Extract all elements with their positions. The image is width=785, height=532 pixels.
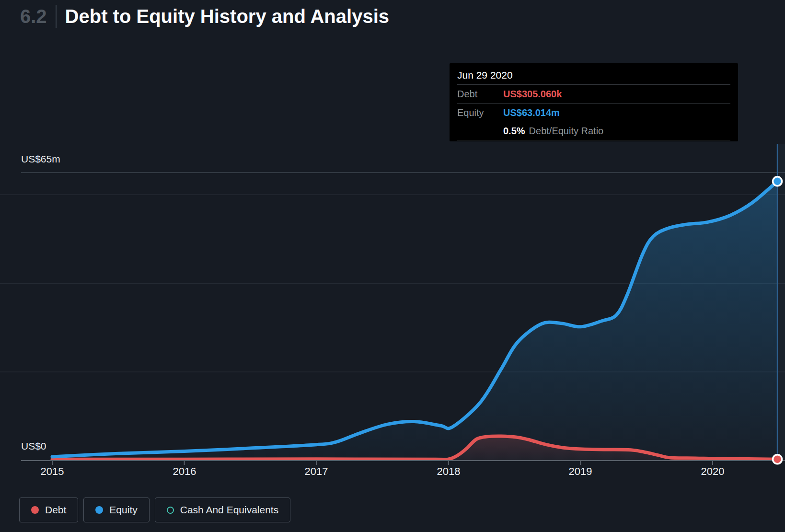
cash-ring-icon <box>167 507 174 514</box>
y-axis-zero-label: US$0 <box>21 440 46 452</box>
x-axis-label-2018: 2018 <box>437 465 461 478</box>
x-axis-label-2017: 2017 <box>305 465 328 478</box>
legend-cash-label: Cash And Equivalents <box>180 504 278 516</box>
equity-area <box>52 181 777 461</box>
x-axis-label-2019: 2019 <box>569 465 592 478</box>
header-divider <box>56 5 57 28</box>
tooltip-date: Jun 29 2020 <box>457 66 730 85</box>
tooltip-equity-label: Equity <box>457 107 503 118</box>
section-number: 6.2 <box>20 6 47 27</box>
tooltip-debt-row: Debt US$305.060k <box>457 85 730 104</box>
x-axis-label-2016: 2016 <box>173 465 196 478</box>
future-band <box>778 144 785 461</box>
tooltip-equity-value: US$63.014m <box>503 107 560 118</box>
chart-legend: Debt Equity Cash And Equivalents <box>19 497 290 522</box>
legend-debt-label: Debt <box>45 504 66 516</box>
tooltip-equity-row: Equity US$63.014m <box>457 104 730 122</box>
debt-dot-icon <box>31 506 39 514</box>
tooltip-debt-value: US$305.060k <box>503 89 562 100</box>
debt-highlight-dot[interactable] <box>773 455 782 464</box>
x-axis-label-2020: 2020 <box>701 465 725 478</box>
legend-button-equity[interactable]: Equity <box>83 497 149 522</box>
header: 6.2 Debt to Equity History and Analysis <box>20 5 389 28</box>
legend-equity-label: Equity <box>109 504 137 516</box>
equity-highlight-dot[interactable] <box>773 177 782 186</box>
legend-button-debt[interactable]: Debt <box>19 497 78 522</box>
y-axis-max-label: US$65m <box>21 153 60 165</box>
tooltip-ratio-value: 0.5% <box>503 126 525 137</box>
tooltip-ratio-row: 0.5% Debt/Equity Ratio <box>457 122 730 140</box>
tooltip-debt-label: Debt <box>457 89 503 100</box>
chart-tooltip: Jun 29 2020 Debt US$305.060k Equity US$6… <box>450 63 738 141</box>
legend-button-cash[interactable]: Cash And Equivalents <box>155 497 290 522</box>
page-title: Debt to Equity History and Analysis <box>65 6 389 27</box>
tooltip-ratio-label: Debt/Equity Ratio <box>529 126 604 137</box>
x-axis-label-2015: 2015 <box>41 465 64 478</box>
equity-dot-icon <box>95 506 103 514</box>
